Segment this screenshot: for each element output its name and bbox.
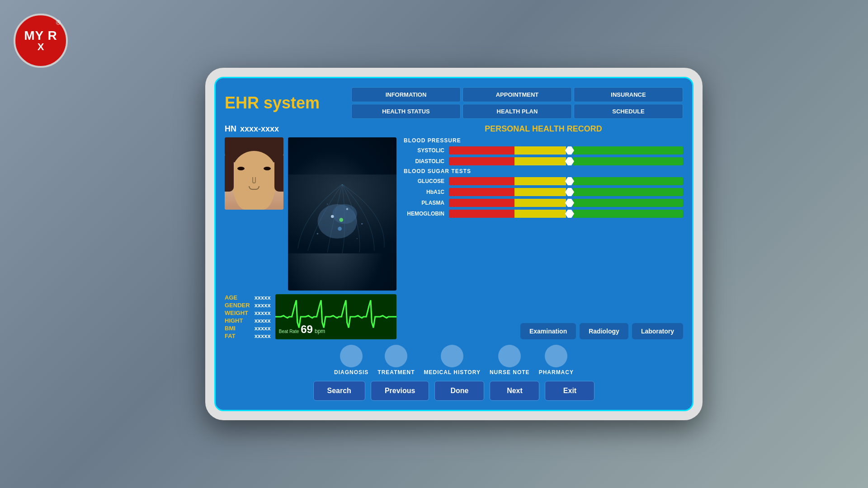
diastolic-row: DIASTOLIC: [404, 157, 683, 165]
tab-diagnosis-label: DIAGNOSIS: [334, 369, 368, 375]
svg-point-10: [339, 218, 343, 222]
tab-treatment[interactable]: TREATMENT: [377, 345, 415, 375]
bpm-number: 69: [301, 323, 313, 336]
hba1c-label: HbA1C: [404, 189, 444, 195]
glucose-indicator: [565, 177, 574, 185]
hemoglobin-row: HEMOGLOBIN: [404, 210, 683, 218]
plasma-row: PLASMA: [404, 199, 683, 207]
tab-medical-history-circle: [441, 345, 463, 367]
search-button[interactable]: Search: [313, 381, 365, 401]
action-buttons: Examination Radiology Laboratory: [404, 323, 683, 339]
plasma-bar-red: [449, 199, 514, 207]
systolic-bar-red: [449, 146, 514, 155]
svg-point-8: [327, 204, 328, 205]
radiology-button[interactable]: Radiology: [580, 323, 628, 339]
tab-health-status[interactable]: HEALTH STATUS: [351, 104, 461, 119]
logo: ® MY R X: [14, 14, 68, 68]
tab-medical-history[interactable]: MEDICAL HISTORY: [424, 345, 480, 375]
tab-diagnosis[interactable]: DIAGNOSIS: [334, 345, 368, 375]
svg-point-5: [338, 227, 342, 231]
tab-insurance[interactable]: INSURANCE: [574, 87, 683, 102]
diastolic-bar-green: [573, 157, 683, 165]
nav-tabs: INFORMATION APPOINTMENT INSURANCE HEALTH…: [351, 87, 683, 119]
patient-face: [225, 137, 283, 210]
ecg-panel: Beat Rate 69 bpm: [275, 294, 396, 339]
laboratory-button[interactable]: Laboratory: [632, 323, 683, 339]
systolic-bar: [449, 146, 683, 155]
hba1c-bar-red: [449, 188, 514, 196]
svg-point-6: [317, 233, 318, 235]
vital-label-age: AGE: [225, 294, 250, 301]
vital-value-weight: xxxxx: [255, 310, 271, 316]
systolic-row: SYSTOLIC: [404, 146, 683, 155]
hn-label: HN: [225, 124, 236, 134]
systolic-bar-yellow: [514, 146, 566, 155]
vital-label-gender: GENDER: [225, 302, 250, 309]
plasma-bar: [449, 199, 683, 207]
tab-medical-history-label: MEDICAL HISTORY: [424, 369, 480, 375]
scan-visual: [288, 137, 396, 291]
svg-point-7: [361, 223, 363, 225]
glucose-label: GLUCOSE: [404, 178, 444, 184]
glucose-bar-red: [449, 177, 514, 185]
exit-button[interactable]: Exit: [545, 381, 594, 401]
done-button[interactable]: Done: [434, 381, 484, 401]
next-button[interactable]: Next: [490, 381, 539, 401]
hemoglobin-label: HEMOGLOBIN: [404, 211, 444, 217]
tab-nurse-note-label: NURSE NOTE: [490, 369, 530, 375]
logo-text: MY R: [24, 29, 57, 42]
hemoglobin-bar: [449, 210, 683, 218]
tab-treatment-circle: [385, 345, 407, 367]
tab-appointment[interactable]: APPOINTMENT: [462, 87, 572, 102]
vital-label-fat: FAT: [225, 333, 250, 339]
nav-buttons: Search Previous Done Next Exit: [225, 381, 683, 401]
personal-health-title: PERSONAL HEALTH RECORD: [404, 124, 683, 134]
tab-information[interactable]: INFORMATION: [351, 87, 461, 102]
diastolic-label: DIASTOLIC: [404, 158, 444, 164]
scan-svg: [288, 137, 396, 291]
plasma-bar-yellow: [514, 199, 566, 207]
hn-row: HN xxxx-xxxx: [225, 124, 396, 134]
previous-button[interactable]: Previous: [371, 381, 429, 401]
vital-label-height: HIGHT: [225, 317, 250, 324]
hemoglobin-indicator: [565, 210, 574, 218]
vital-value-gender: xxxxx: [255, 302, 271, 309]
tablet-frame: EHR system INFORMATION APPOINTMENT INSUR…: [205, 68, 703, 420]
bpm-unit: bpm: [315, 328, 325, 334]
header: EHR system INFORMATION APPOINTMENT INSUR…: [225, 87, 683, 119]
vital-value-fat: xxxxx: [255, 333, 271, 339]
bp-section-label: BLOOD PRESSURE: [404, 137, 683, 144]
hba1c-row: HbA1C: [404, 188, 683, 196]
vitals-row: AGE xxxxx GENDER xxxxx WEIGHT xxxxx HIGH…: [225, 294, 396, 339]
tab-health-plan[interactable]: HEALTH PLAN: [462, 104, 572, 119]
tab-pharmacy[interactable]: PHARMACY: [539, 345, 574, 375]
tab-nurse-note[interactable]: NURSE NOTE: [490, 345, 530, 375]
hemoglobin-bar-yellow: [514, 210, 566, 218]
logo-inner: MY R X: [24, 29, 57, 52]
tab-diagnosis-circle: [340, 345, 363, 367]
plasma-label: PLASMA: [404, 200, 444, 206]
hba1c-bar-yellow: [514, 188, 566, 196]
main-content: HN xxxx-xxxx: [225, 124, 683, 339]
registered-mark: ®: [56, 19, 61, 26]
tab-schedule[interactable]: SCHEDULE: [574, 104, 683, 119]
patient-photo: [225, 137, 283, 210]
glucose-bar: [449, 177, 683, 185]
nose: [252, 177, 256, 183]
hba1c-bar-green: [573, 188, 683, 196]
systolic-label: SYSTOLIC: [404, 147, 444, 154]
vital-stats: AGE xxxxx GENDER xxxxx WEIGHT xxxxx HIGH…: [225, 294, 271, 339]
tab-pharmacy-circle: [545, 345, 567, 367]
metrics-container: BLOOD PRESSURE SYSTOLIC DIASTOLIC: [404, 137, 683, 319]
vital-label-weight: WEIGHT: [225, 310, 250, 316]
svg-point-9: [357, 238, 358, 239]
hba1c-indicator: [565, 188, 574, 196]
hn-value: xxxx-xxxx: [240, 124, 279, 134]
tab-nurse-note-circle: [498, 345, 521, 367]
svg-point-4: [346, 208, 348, 210]
tab-treatment-label: TREATMENT: [377, 369, 415, 375]
bs-section-label: BLOOD SUGAR TESTS: [404, 168, 683, 174]
glucose-bar-yellow: [514, 177, 566, 185]
glucose-bar-green: [573, 177, 683, 185]
examination-button[interactable]: Examination: [520, 323, 576, 339]
